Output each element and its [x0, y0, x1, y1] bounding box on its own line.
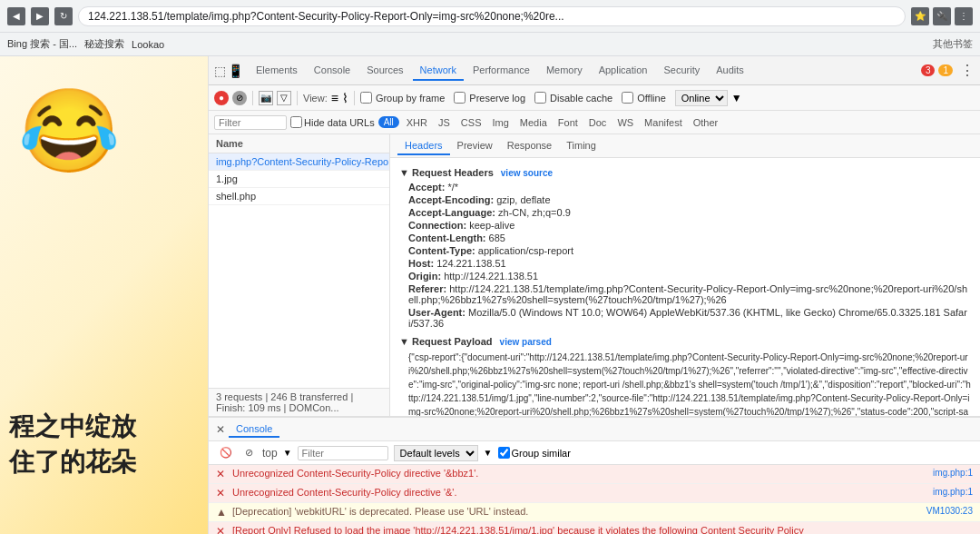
- browser-bar: ◀ ▶ ↻ 124.221.138.51/template/img.php?Co…: [0, 0, 980, 33]
- file-item-2[interactable]: shell.php: [209, 188, 389, 205]
- filter-media[interactable]: Media: [516, 116, 551, 129]
- error-icon-3: ✕: [216, 525, 229, 534]
- header-host: Host: 124.221.138.51: [399, 258, 971, 269]
- hide-data-urls-checkbox[interactable]: [290, 116, 302, 128]
- top-dropdown-arrow[interactable]: ▼: [283, 448, 292, 458]
- req-tab-timing[interactable]: Timing: [559, 137, 603, 155]
- msg-file-0[interactable]: img.php:1: [933, 468, 973, 478]
- devtools-responsive-icon[interactable]: 📱: [228, 64, 243, 78]
- request-headers-title: ▼ Request Headers view source: [399, 167, 971, 178]
- tab-network[interactable]: Network: [413, 61, 464, 81]
- filter-css[interactable]: CSS: [457, 116, 485, 129]
- tab-elements[interactable]: Elements: [249, 61, 305, 81]
- levels-dropdown-arrow[interactable]: ▼: [484, 448, 493, 458]
- forward-btn[interactable]: ▶: [31, 7, 49, 25]
- msg-text-3: [Report Only] Refused to load the image …: [232, 525, 969, 534]
- console-toolbar: 🚫 ⊘ top ▼ Default levels ▼ Group similar: [209, 441, 980, 465]
- warning-icon-2: ▲: [216, 506, 229, 519]
- top-dropdown-label: top: [262, 447, 278, 460]
- filter-ws[interactable]: WS: [613, 116, 637, 129]
- filter-img[interactable]: Img: [488, 116, 512, 129]
- chinese-text-1: 程之中绽放 住了的花朵: [9, 409, 136, 480]
- tab-sources[interactable]: Sources: [359, 61, 410, 81]
- filter-all[interactable]: All: [378, 116, 399, 128]
- tab-console[interactable]: Console: [307, 61, 358, 81]
- view-list-icon[interactable]: ⌇: [342, 91, 348, 105]
- toolbar-separator-3: [354, 91, 355, 105]
- console-bar: ✕ Console 🚫 ⊘ top ▼ Default levels ▼ Gro…: [209, 416, 980, 534]
- preserve-log-label: Preserve log: [454, 92, 525, 104]
- console-level-select[interactable]: Default levels: [394, 445, 478, 461]
- payload-text: {"csp-report":{"document-uri":"http://12…: [399, 351, 971, 416]
- req-tab-preview[interactable]: Preview: [450, 137, 500, 155]
- error-icon-0: ✕: [216, 468, 229, 480]
- view-grid-icon[interactable]: ≡: [331, 91, 338, 105]
- filter-input[interactable]: [214, 115, 287, 130]
- disable-cache-checkbox[interactable]: [534, 92, 546, 104]
- filter-doc[interactable]: Doc: [585, 116, 611, 129]
- offline-checkbox[interactable]: [622, 92, 633, 104]
- toolbar-separator-2: [297, 91, 298, 105]
- main-area: 😂 程之中绽放 住了的花朵 ⬚ 📱 Elements Console Sourc…: [0, 56, 980, 534]
- file-item-0[interactable]: img.php?Content-Security-Policy-Report-O…: [209, 153, 389, 171]
- filter-icon[interactable]: ▽: [277, 91, 291, 105]
- header-origin: Origin: http://124.221.138.51: [399, 271, 971, 282]
- warning-badge: 1: [938, 64, 953, 76]
- back-btn[interactable]: ◀: [7, 7, 25, 25]
- bookmark-bing[interactable]: Bing 搜索 - 国...: [7, 37, 77, 51]
- bookmark-lookao[interactable]: Lookao: [132, 39, 164, 50]
- webpage-content: 😂 程之中绽放 住了的花朵: [0, 56, 208, 534]
- bookmark-bar: Bing 搜索 - 国... 秘迹搜索 Lookao 其他书签: [0, 33, 980, 56]
- tab-audits[interactable]: Audits: [709, 61, 751, 81]
- console-close-icon[interactable]: ✕: [216, 423, 225, 436]
- clear-button[interactable]: ⊘: [232, 91, 247, 105]
- view-parsed-link[interactable]: view parsed: [500, 337, 552, 347]
- header-content-length: Content-Length: 685: [399, 232, 971, 243]
- refresh-btn[interactable]: ↻: [54, 7, 73, 25]
- header-accept-encoding: Accept-Encoding: gzip, deflate: [399, 194, 971, 205]
- console-filter-toggle[interactable]: ⊘: [241, 446, 257, 460]
- header-referer: Referer: http://124.221.138.51/template/…: [399, 283, 971, 305]
- throttle-dropdown-icon[interactable]: ▼: [731, 92, 742, 104]
- filter-xhr[interactable]: XHR: [403, 116, 431, 129]
- record-button[interactable]: ●: [214, 91, 229, 105]
- console-tab[interactable]: Console: [229, 421, 279, 438]
- status-bar: 3 requests | 246 B transferred | Finish:…: [209, 388, 389, 416]
- devtools-more-icon[interactable]: ⋮: [960, 62, 975, 79]
- payload-title: ▼ Request Payload view parsed: [399, 336, 971, 347]
- console-filter-input[interactable]: [298, 446, 388, 460]
- filter-js[interactable]: JS: [435, 116, 454, 129]
- filter-manifest[interactable]: Manifest: [641, 116, 686, 129]
- tab-performance[interactable]: Performance: [466, 61, 537, 81]
- tab-security[interactable]: Security: [656, 61, 707, 81]
- view-source-link[interactable]: view source: [501, 168, 553, 178]
- console-clear-btn[interactable]: 🚫: [216, 446, 236, 460]
- req-tab-headers[interactable]: Headers: [397, 137, 450, 155]
- group-by-frame-checkbox[interactable]: [360, 92, 372, 104]
- toolbar-separator-1: [252, 91, 253, 105]
- content-split: Name img.php?Content-Security-Policy-Rep…: [209, 134, 980, 416]
- url-bar[interactable]: 124.221.138.51/template/img.php?Content-…: [78, 6, 906, 26]
- menu-icon[interactable]: ⋮: [955, 7, 973, 25]
- preserve-log-checkbox[interactable]: [454, 92, 466, 104]
- tab-application[interactable]: Application: [592, 61, 655, 81]
- capture-icon[interactable]: 📷: [259, 91, 273, 105]
- devtools-inspect-icon[interactable]: ⬚: [214, 64, 226, 78]
- header-content-type: Content-Type: application/csp-report: [399, 245, 971, 256]
- view-label: View:: [303, 93, 328, 104]
- msg-text-1: Unrecognized Content-Security-Policy dir…: [232, 487, 929, 498]
- filter-other[interactable]: Other: [690, 116, 722, 129]
- group-similar-checkbox[interactable]: [498, 447, 510, 459]
- bookmark-miji[interactable]: 秘迹搜索: [84, 37, 124, 51]
- req-tab-response[interactable]: Response: [500, 137, 560, 155]
- msg-file-2[interactable]: VM1030:23: [926, 506, 973, 516]
- other-bookmarks[interactable]: 其他书签: [933, 37, 973, 51]
- tab-memory[interactable]: Memory: [539, 61, 590, 81]
- msg-file-1[interactable]: img.php:1: [933, 487, 973, 497]
- file-item-1[interactable]: 1.jpg: [209, 171, 389, 188]
- file-list-panel: Name img.php?Content-Security-Policy-Rep…: [209, 134, 390, 416]
- console-msg-2: ▲ [Deprecation] 'webkitURL' is deprecate…: [209, 503, 980, 522]
- filter-font[interactable]: Font: [554, 116, 582, 129]
- hide-data-urls-label: Hide data URLs: [290, 116, 375, 128]
- network-throttle-select[interactable]: Online: [675, 90, 728, 106]
